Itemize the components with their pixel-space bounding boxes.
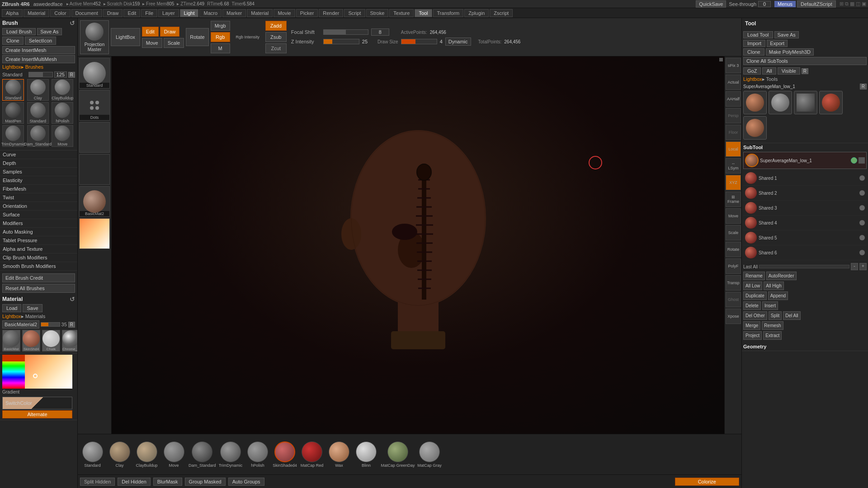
bottom-brush-standard[interactable]: Standard [80,441,105,468]
tab-movie[interactable]: Movie [274,9,295,17]
bottom-brush-matcap-red[interactable]: MatCap Red [300,441,325,468]
bottom-brush-clay[interactable]: Clay [107,441,132,468]
material-save-button[interactable]: Save [23,304,42,312]
menu-tablet-pressure[interactable]: Tablet Pressure [0,236,77,245]
bottom-brush-wax[interactable]: Wax [327,441,352,468]
bottom-brush-greenday[interactable]: MatCap GreenDay [381,441,415,468]
thumb-material[interactable]: BasicMat2 [79,186,110,217]
menu-elasticity[interactable]: Elasticity [0,176,77,185]
material-thumb-basic[interactable]: BasicMat [2,330,20,352]
dynamic-button[interactable]: Dynamic [445,38,471,46]
menu-modifiers[interactable]: Modifiers [0,219,77,228]
merge-button[interactable]: Merge [743,321,760,330]
rename-button[interactable]: Rename [743,272,765,280]
blur-mask-button[interactable]: BlurMask [153,478,182,486]
tool-thumb-1[interactable] [743,91,767,114]
menu-clip-brush[interactable]: Clip Brush Modifiers [0,253,77,262]
tool-thumb-sphere3d[interactable] [769,91,792,114]
menu-smooth-brush[interactable]: Smooth Brush Modifiers [0,262,77,271]
make-polymesh-button[interactable]: Make PolyMesh3D [766,48,814,56]
visible-button[interactable]: Visible [778,67,800,75]
clone-tool-button[interactable]: Clone [743,48,764,56]
menu-samples[interactable]: Samples [0,168,77,176]
xyz-button[interactable]: XYZ [726,175,741,190]
subtool-visible-eye[interactable] [851,157,857,164]
draw-button[interactable]: Draw [160,27,180,37]
focal-shift-slider[interactable] [323,29,368,35]
projection-master-button[interactable]: Projection Master [80,20,109,54]
menu-twist[interactable]: Twist [0,193,77,202]
brush-thumb-hpolish[interactable]: hPolish [52,102,73,124]
bottom-brush-move[interactable]: Move [161,441,186,468]
tab-stroke[interactable]: Stroke [366,9,389,17]
subtool-item-6[interactable]: Shared 6 [743,245,867,260]
thumb-dots[interactable]: Dots [79,90,110,121]
tab-material-2[interactable]: Material [24,9,49,17]
seethrough-value[interactable]: 0 [758,1,771,7]
del-other-button[interactable]: Del Other [743,311,767,320]
z-intensity-slider[interactable] [323,39,359,44]
thumb-standard[interactable]: Standard [79,58,110,89]
bottom-brush-dam[interactable]: Dam_Standard [189,441,216,468]
m-button[interactable]: M [211,43,230,53]
tab-color[interactable]: Color [50,9,70,17]
load-tool-button[interactable]: Load Tool [743,31,773,38]
menus-button[interactable]: Menus [774,1,796,7]
ghost-button[interactable]: Ghost [726,292,741,307]
clone-all-subtools-button[interactable]: Clone All SubTools [743,57,867,65]
all-low-button[interactable]: All Low [743,282,762,290]
polyf-button[interactable]: PolyF [726,258,741,274]
bottom-brush-gray[interactable]: MatCap Gray [417,441,442,468]
del-hidden-button[interactable]: Del Hidden [118,478,150,486]
draw-size-slider[interactable] [401,39,437,44]
local-button[interactable]: Local [726,141,741,157]
delete-button[interactable]: Delete [743,301,761,310]
menu-auto-masking[interactable]: Auto Masking [0,228,77,236]
transp-button[interactable]: Transp [726,275,741,291]
tool-thumb-2[interactable] [743,116,767,140]
aahalf-button[interactable]: AAHalf [726,91,741,107]
canvas-area[interactable] [112,56,724,434]
alternate-button[interactable]: Alternate [2,410,72,418]
color-swatch-red[interactable] [2,355,25,361]
duplicate-button[interactable]: Duplicate [743,291,767,300]
draw-size-val[interactable]: 4 [440,39,443,44]
quicksave-button[interactable]: QuickSave [696,0,726,8]
group-masked-button[interactable]: Group Masked [185,478,226,486]
scale-button[interactable]: Scale [164,38,184,48]
thumb-alpha[interactable]: Alpha_Off [79,122,110,153]
tool-thumb-simplebrush[interactable] [794,91,817,114]
focal-shift-val[interactable]: 8 [371,28,389,36]
all-high-button[interactable]: All High [764,282,783,290]
edit-button[interactable]: Edit [142,27,159,37]
standard-slider-track[interactable] [28,72,53,77]
goz-button[interactable]: GoZ [743,67,761,75]
split-button[interactable]: Split [769,311,782,320]
last-all-plus[interactable]: + [859,263,867,270]
create-insert-multi-mesh-button[interactable]: Create InsertMultiMesh [2,55,75,63]
brush-thumb-move[interactable]: Move [52,125,73,147]
subtool-item-3[interactable]: Shared 3 [743,201,867,216]
move-side-button[interactable]: Move [726,208,741,224]
lsym-button[interactable]: ↔ LSym [726,158,741,174]
tab-texture[interactable]: Texture [389,9,414,17]
material-load-button[interactable]: Load [2,304,21,312]
tab-script[interactable]: Script [344,9,365,17]
load-brush-button[interactable]: Load Brush [2,28,36,35]
tab-draw[interactable]: Draw [103,9,123,17]
material-thumb-chalk[interactable]: Chalk [42,330,60,352]
move-button[interactable]: Move [142,38,162,48]
spix-button[interactable]: sPix 3 [726,58,741,73]
edit-brush-credit-button[interactable]: Edit Brush Credit [2,273,75,282]
del-all-button[interactable]: Del All [783,311,800,320]
material-thumb-chrome[interactable]: Chrome_A [62,330,78,352]
tab-document[interactable]: Document [71,9,102,17]
menu-depth[interactable]: Depth [0,159,77,168]
tab-marker[interactable]: Marker [222,9,246,17]
colorize-button[interactable]: Colorize [675,478,739,486]
material-refresh-icon[interactable]: ↺ [70,296,75,303]
bottom-brush-claybuildup[interactable]: ClayBuildup [134,441,159,468]
menu-curve[interactable]: Curve [0,150,77,159]
floor-button[interactable]: Floor [726,125,741,140]
brush-thumb-mastpen[interactable]: MastPen [2,102,24,124]
